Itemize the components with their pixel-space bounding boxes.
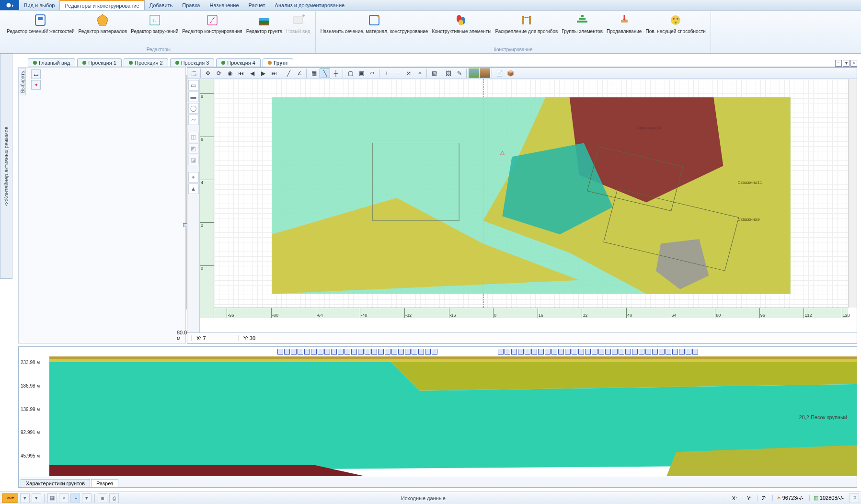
section-tab-properties[interactable]: Характеристики грунтов (21, 479, 90, 487)
shape-rect-icon[interactable]: ▭ (188, 80, 199, 91)
shape-poly-icon[interactable]: ▱ (188, 115, 199, 125)
tb-paint-icon[interactable]: ✎ (454, 69, 465, 78)
menu-tab-view[interactable]: Вид и выбор (19, 0, 59, 10)
sb-print-icon[interactable]: ⎙ (109, 493, 119, 503)
tb-last-icon[interactable]: ⏭ (269, 69, 279, 78)
shape-group2-icon[interactable]: ◩ (188, 143, 199, 154)
sb-layer-icon[interactable]: ≡ (98, 493, 107, 503)
tb-pan-icon[interactable]: ✥ (203, 69, 213, 78)
tb-fit-icon[interactable]: ⤧ (403, 69, 414, 78)
tb-zoomin-icon[interactable]: ＋ (381, 69, 392, 78)
btn-punching[interactable]: Продавливание (605, 11, 643, 46)
btn-element-groups[interactable]: Группы элементов (560, 11, 605, 46)
tb-next-icon[interactable]: ▶ (258, 69, 268, 78)
left-panel-tab[interactable]: Выбирать (20, 69, 26, 95)
tb-render-icon[interactable]: ▧ (429, 69, 439, 78)
btn-design-editor[interactable]: Редактор конструирования (180, 11, 244, 46)
btn-section-editor[interactable]: Редактор сечений/ жесткостей (5, 11, 77, 46)
doc-tab-main[interactable]: Главный вид (28, 58, 75, 67)
tb-select-icon[interactable]: ⬚ (188, 69, 199, 78)
svg-text:✦: ✦ (301, 13, 305, 19)
tb-box-icon[interactable]: 📦 (505, 69, 516, 78)
section-tab-cut[interactable]: Разрез (91, 479, 118, 487)
sb-flag-icon[interactable]: ⚐ (850, 493, 859, 503)
section-panel: 233.98 м 186.98 м 139.99 м 92.991 м 45.9… (18, 346, 857, 488)
menu-tab-calc[interactable]: Расчет (244, 0, 270, 10)
tb-orbit-icon[interactable]: ◉ (225, 69, 235, 78)
svg-point-25 (675, 22, 677, 23)
btn-structural-elements[interactable]: Конструктивные элементы (430, 11, 493, 46)
tb-layer2-icon[interactable]: ▣ (356, 69, 367, 78)
doc-tab-soil[interactable]: Грунт (263, 58, 294, 67)
sb-mode: Исходные данные (121, 495, 726, 501)
tb-rotate-icon[interactable]: ⟳ (214, 69, 224, 78)
tab-menu-icon[interactable]: ≡ (835, 60, 842, 67)
svg-point-23 (673, 18, 675, 20)
sb-tool1-icon[interactable]: ▾ (20, 493, 30, 503)
menu-tab-add[interactable]: Добавить (145, 0, 178, 10)
tb-strata2-icon[interactable] (480, 69, 490, 78)
doc-tab-proj3[interactable]: Проекция 3 (170, 58, 215, 67)
shape-rect2-icon[interactable]: ▬ (188, 92, 199, 102)
lp-tool-1[interactable]: ▭ (31, 69, 41, 79)
canvas-body[interactable]: ▭ ▬ ◯ ▱ ◫ ◩ ◪ ⌖ ▲ 8 6 4 2 0 (187, 79, 857, 332)
menu-tab-edit[interactable]: Правка (177, 0, 205, 10)
tb-report-icon[interactable]: 📄 (494, 69, 505, 78)
btn-new-view: ✦Новый вид (284, 11, 312, 46)
lp-tool-2[interactable]: ✦ (31, 80, 41, 90)
btn-material-editor[interactable]: Редактор материалов (77, 11, 129, 46)
doc-tab-proj4[interactable]: Проекция 4 (216, 58, 261, 67)
btn-soil-editor[interactable]: Редактор грунта (244, 11, 284, 46)
sb-units-icon[interactable]: мм▾ (2, 493, 18, 503)
sb-grid-icon[interactable]: ▦ (47, 493, 57, 503)
doc-tab-proj1[interactable]: Проекция 1 (77, 58, 122, 67)
canvas-coord-y: Y: 30 (238, 335, 276, 341)
sb-stat2: ▥ 102808/-/- (809, 495, 848, 501)
drawing-surface[interactable]: △ Скважина14 Скважина11 Скважина9 (214, 79, 848, 308)
shape-tower-icon[interactable]: ▲ (188, 183, 199, 194)
shape-ellipse-icon[interactable]: ◯ (188, 103, 199, 114)
section-body[interactable]: 233.98 м 186.98 м 139.99 м 92.991 м 45.9… (19, 347, 857, 477)
side-panel-collapsed[interactable]: <<Контейнер активных режимов (0, 54, 12, 279)
menu-tab-assign[interactable]: Назначение (205, 0, 243, 10)
shape-bore-icon[interactable]: ⌖ (188, 172, 199, 183)
svg-text:Скважина14: Скважина14 (637, 126, 661, 130)
sb-ortho-icon[interactable]: └ (70, 493, 80, 503)
tb-img-icon[interactable]: 🖼 (443, 69, 454, 78)
sb-stat1: ✶ 96723/-/- (772, 495, 807, 501)
tb-layer1-icon[interactable]: ▢ (345, 69, 356, 78)
tb-prev-icon[interactable]: ◀ (247, 69, 257, 78)
sb-y: Y: (743, 495, 756, 501)
sb-tool2-icon[interactable]: ▾ (32, 493, 41, 503)
tb-first-icon[interactable]: ⏮ (236, 69, 246, 78)
tb-line-icon[interactable]: ╱ (283, 69, 294, 78)
menu-tab-editors[interactable]: Редакторы и конструирование (59, 0, 144, 10)
btn-load-editor[interactable]: ↓↓Редактор загружений (129, 11, 180, 46)
tb-grid-icon[interactable]: ▦ (309, 69, 319, 78)
tb-zoomwin-icon[interactable]: ⌖ (414, 69, 425, 78)
sb-snap-icon[interactable]: ⌖ (59, 493, 69, 503)
btn-bearing-increase[interactable]: Пов. несущей способности (643, 11, 707, 46)
tab-close-icon[interactable]: × (850, 60, 857, 67)
document-tabs: Главный вид Проекция 1 Проекция 2 Проекц… (28, 57, 857, 67)
sb-more-icon[interactable]: ▾ (82, 493, 92, 503)
canvas-scrollbar-v[interactable] (848, 79, 857, 308)
tb-strata1-icon[interactable] (469, 69, 479, 78)
ruler-vertical: 8 6 4 2 0 (200, 79, 214, 318)
svg-rect-38 (49, 356, 857, 359)
btn-bracing[interactable]: Раскрепление для прогибов (493, 11, 560, 46)
shape-group1-icon[interactable]: ◫ (188, 132, 199, 142)
doc-tab-proj2[interactable]: Проекция 2 (124, 58, 168, 67)
svg-text:↓↓: ↓↓ (152, 18, 157, 23)
tb-snap-icon[interactable]: ╲ (320, 69, 330, 78)
svg-text:Скважина11: Скважина11 (737, 181, 762, 185)
tb-zoomout-icon[interactable]: － (392, 69, 403, 78)
tb-dim-icon[interactable]: 23. (367, 69, 378, 78)
tab-dropdown-icon[interactable]: ▾ (843, 60, 850, 67)
tb-axes-icon[interactable]: ┼ (331, 69, 341, 78)
app-menu-button[interactable] (0, 0, 19, 10)
shape-group3-icon[interactable]: ◪ (188, 155, 199, 165)
btn-assign-section[interactable]: Назначить сечение, материал, конструиров… (319, 11, 430, 46)
tb-angle-icon[interactable]: ∠ (294, 69, 305, 78)
menu-tab-analysis[interactable]: Анализ и документирование (270, 0, 350, 10)
